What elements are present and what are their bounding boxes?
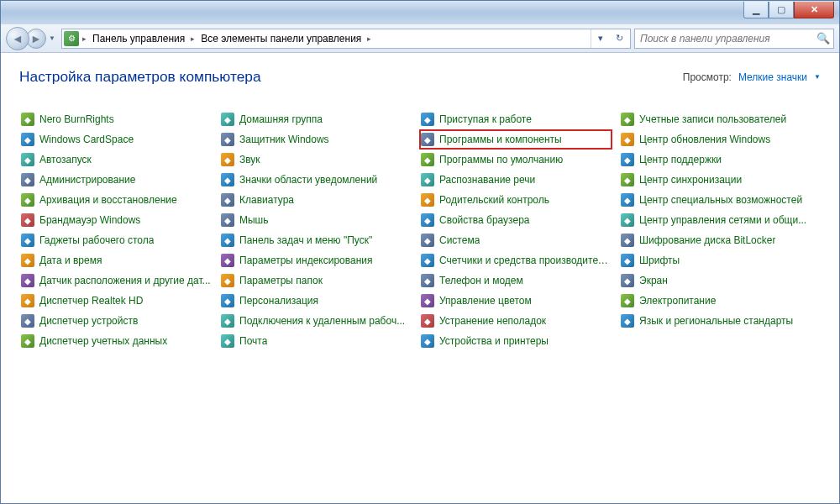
item-icon: ◆: [621, 153, 634, 166]
item-icon: ◆: [21, 153, 34, 166]
control-panel-item[interactable]: ◆Электропитание: [619, 291, 812, 311]
control-panel-item[interactable]: ◆Панель задач и меню "Пуск": [219, 230, 412, 250]
control-panel-item[interactable]: ◆Шифрование диска BitLocker: [619, 230, 812, 250]
view-selector: Просмотр: Мелкие значки ▼: [683, 71, 821, 83]
item-icon: ◆: [21, 334, 34, 348]
nav-arrows: ◄ ► ▼: [6, 27, 58, 50]
item-label: Язык и региональные стандарты: [639, 315, 793, 327]
header-row: Настройка параметров компьютера Просмотр…: [19, 68, 821, 86]
control-panel-item[interactable]: ◆Управление цветом: [419, 291, 612, 311]
address-bar[interactable]: ⚙ ▸ Панель управления ▸ Все элементы пан…: [61, 29, 631, 49]
control-panel-item[interactable]: ◆Домашняя группа: [219, 109, 412, 129]
control-panel-item[interactable]: ◆Счетчики и средства производител...: [419, 250, 612, 270]
control-panel-item[interactable]: ◆Приступая к работе: [419, 109, 612, 129]
control-panel-item[interactable]: ◆Центр синхронизации: [619, 170, 812, 190]
control-panel-item[interactable]: ◆Система: [419, 230, 612, 250]
item-icon: ◆: [621, 113, 634, 126]
control-panel-item[interactable]: ◆Центр управления сетями и общи...: [619, 210, 812, 230]
search-icon[interactable]: 🔍: [816, 32, 830, 45]
control-panel-item[interactable]: ◆Диспетчер Realtek HD: [19, 291, 213, 311]
item-label: Архивация и восстановление: [39, 194, 177, 206]
item-label: Параметры папок: [239, 275, 323, 286]
breadcrumb-current[interactable]: Все элементы панели управления: [198, 33, 364, 45]
close-button[interactable]: ✕: [794, 2, 834, 18]
control-panel-item[interactable]: ◆Программы и компоненты: [419, 129, 612, 150]
arrow-right-icon: ►: [30, 32, 42, 45]
item-label: Программы по умолчанию: [439, 154, 563, 165]
control-panel-item[interactable]: ◆Центр обновления Windows: [619, 129, 812, 150]
item-icon: ◆: [21, 173, 34, 186]
control-panel-item[interactable]: ◆Архивация и восстановление: [19, 190, 213, 210]
item-label: Параметры индексирования: [239, 255, 372, 266]
control-panel-item[interactable]: ◆Значки области уведомлений: [219, 170, 412, 190]
control-panel-item[interactable]: ◆Программы по умолчанию: [419, 150, 612, 170]
control-panel-item[interactable]: ◆Диспетчер учетных данных: [19, 331, 213, 351]
control-panel-item[interactable]: ◆Windows CardSpace: [19, 129, 213, 150]
item-label: Телефон и модем: [439, 275, 523, 286]
item-label: Счетчики и средства производител...: [439, 255, 611, 266]
item-icon: ◆: [221, 274, 234, 287]
control-panel-item[interactable]: ◆Защитник Windows: [219, 129, 412, 150]
control-panel-item[interactable]: ◆Мышь: [219, 210, 412, 230]
control-panel-item[interactable]: ◆Свойства браузера: [419, 210, 612, 230]
control-panel-item[interactable]: ◆Устранение неполадок: [419, 311, 612, 331]
control-panel-item[interactable]: ◆Распознавание речи: [419, 170, 612, 190]
control-panel-item[interactable]: ◆Автозапуск: [19, 150, 213, 170]
item-label: Центр управления сетями и общи...: [639, 214, 806, 226]
control-panel-item[interactable]: ◆Звук: [219, 150, 412, 170]
search-input[interactable]: [638, 32, 816, 45]
item-icon: ◆: [621, 274, 634, 287]
breadcrumb-separator[interactable]: ▸: [365, 34, 373, 43]
maximize-button[interactable]: ▢: [769, 2, 794, 18]
control-panel-item[interactable]: ◆Устройства и принтеры: [419, 331, 612, 351]
item-icon: ◆: [421, 153, 434, 166]
item-label: Гаджеты рабочего стола: [39, 234, 154, 246]
titlebar[interactable]: ▁ ▢ ✕: [1, 1, 839, 24]
nav-history-dropdown[interactable]: ▼: [46, 29, 58, 49]
item-label: Защитник Windows: [239, 134, 329, 145]
control-panel-item[interactable]: ◆Экран: [619, 270, 812, 291]
item-label: Шифрование диска BitLocker: [639, 234, 775, 246]
breadcrumb-separator[interactable]: ▸: [81, 34, 88, 43]
control-panel-item[interactable]: ◆Центр поддержки: [619, 150, 812, 170]
item-label: Программы и компоненты: [439, 134, 562, 145]
control-panel-item[interactable]: ◆Персонализация: [219, 291, 412, 311]
control-panel-item[interactable]: ◆Дата и время: [19, 250, 213, 270]
back-button[interactable]: ◄: [6, 27, 29, 50]
minimize-button[interactable]: ▁: [743, 2, 769, 18]
window-frame: ▁ ▢ ✕ ◄ ► ▼ ⚙ ▸ Панель управления ▸ Все …: [0, 0, 840, 504]
item-icon: ◆: [21, 193, 34, 207]
item-label: Центр специальных возможностей: [639, 194, 802, 206]
control-panel-item[interactable]: ◆Параметры индексирования: [219, 250, 412, 270]
control-panel-item[interactable]: ◆Шрифты: [619, 250, 812, 270]
view-value-link[interactable]: Мелкие значки: [738, 71, 807, 83]
item-label: Распознавание речи: [439, 174, 535, 186]
item-icon: ◆: [621, 193, 634, 207]
item-label: Диспетчер Realtek HD: [39, 295, 143, 307]
control-panel-item[interactable]: ◆Датчик расположения и другие дат...: [19, 270, 213, 291]
control-panel-item[interactable]: ◆Гаджеты рабочего стола: [19, 230, 213, 250]
control-panel-item[interactable]: ◆Nero BurnRights: [19, 109, 213, 129]
control-panel-item[interactable]: ◆Почта: [219, 331, 412, 351]
refresh-button[interactable]: ↻: [610, 29, 628, 48]
navigation-bar: ◄ ► ▼ ⚙ ▸ Панель управления ▸ Все элемен…: [1, 24, 839, 53]
control-panel-item[interactable]: ◆Диспетчер устройств: [19, 311, 213, 331]
chevron-down-icon[interactable]: ▼: [814, 73, 821, 81]
control-panel-item[interactable]: ◆Подключения к удаленным рабоч...: [219, 311, 412, 331]
control-panel-item[interactable]: ◆Учетные записи пользователей: [619, 109, 812, 129]
breadcrumb-root[interactable]: Панель управления: [90, 33, 187, 45]
search-box[interactable]: 🔍: [634, 29, 834, 49]
item-icon: ◆: [421, 274, 434, 287]
control-panel-item[interactable]: ◆Администрирование: [19, 170, 213, 190]
control-panel-item[interactable]: ◆Брандмауэр Windows: [19, 210, 213, 230]
control-panel-item[interactable]: ◆Клавиатура: [219, 190, 412, 210]
control-panel-item[interactable]: ◆Язык и региональные стандарты: [619, 311, 812, 331]
control-panel-item[interactable]: ◆Параметры папок: [219, 270, 412, 291]
control-panel-item[interactable]: ◆Центр специальных возможностей: [619, 190, 812, 210]
control-panel-item[interactable]: ◆Родительский контроль: [419, 190, 612, 210]
address-dropdown[interactable]: ▾: [591, 29, 610, 48]
control-panel-item[interactable]: ◆Телефон и модем: [419, 270, 612, 291]
content-area: Настройка параметров компьютера Просмотр…: [1, 53, 839, 503]
breadcrumb-separator[interactable]: ▸: [189, 34, 197, 43]
item-icon: ◆: [621, 173, 634, 186]
